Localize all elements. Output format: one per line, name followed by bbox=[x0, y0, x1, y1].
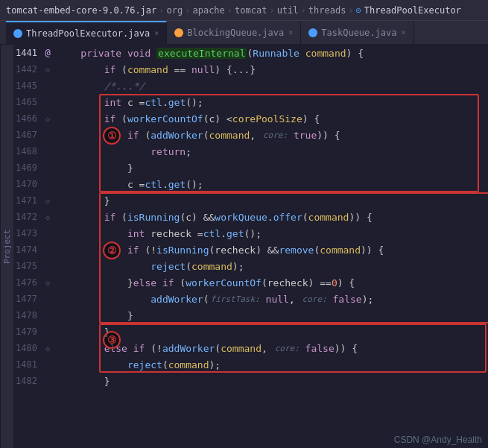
gutter-row-1479: 1479 bbox=[13, 324, 54, 340]
gutter-row-1480: 1480 ◇ bbox=[13, 340, 54, 356]
line-num-1468: 1468 bbox=[13, 146, 42, 157]
line-num-1477: 1477 bbox=[13, 294, 42, 304]
line-num-1482: 1482 bbox=[13, 376, 42, 386]
code-line-1474: if (! isRunning (recheck) && remove ( co… bbox=[57, 242, 488, 258]
line-num-1470: 1470 bbox=[13, 179, 42, 189]
project-label: Project bbox=[2, 229, 12, 263]
title-bar: tomcat-embed-core-9.0.76.jar › org › apa… bbox=[0, 0, 488, 21]
gutter-row-1476: 1476 ◇ bbox=[13, 274, 54, 291]
gutter-row-1471: 1471 ◇ bbox=[13, 192, 54, 209]
gutter-row-1475: 1475 bbox=[13, 258, 54, 274]
code-line-1477: addWorker ( firstTask: null , core: fals… bbox=[57, 291, 488, 307]
code-line-1480: else if (! addWorker ( command , core: f… bbox=[57, 340, 488, 356]
breadcrumb-jar: tomcat-embed-core-9.0.76.jar bbox=[6, 5, 156, 16]
gutter-row-1478: 1478 bbox=[13, 307, 54, 324]
gutter-row-1468: 1468 bbox=[13, 143, 54, 160]
gutter-row-1470: 1470 bbox=[13, 176, 54, 192]
breadcrumb-classname: ThreadPoolExecutor bbox=[364, 5, 461, 16]
tab-label-1: ThreadPoolExecutor.java bbox=[26, 28, 150, 39]
project-sidebar-tab[interactable]: Project bbox=[0, 45, 13, 448]
tab-threadpoolexecutor[interactable]: ThreadPoolExecutor.java × bbox=[6, 21, 167, 45]
tab-icon-orange bbox=[174, 28, 183, 37]
line-num-1474: 1474 bbox=[13, 244, 42, 255]
code-line-1445: /*...*/ bbox=[57, 78, 488, 94]
code-line-1466: if ( workerCountOf (c) < corePoolSize ) … bbox=[57, 110, 488, 127]
breadcrumb-apache: apache bbox=[192, 5, 224, 16]
tab-label-2: BlockingQueue.java bbox=[187, 28, 284, 38]
code-line-1472: if ( isRunning (c) && workQueue . offer … bbox=[57, 209, 488, 225]
code-area: private void executeInternal ( Runnable … bbox=[54, 45, 488, 448]
code-line-1482: } bbox=[57, 373, 488, 389]
code-line-1468: return ; bbox=[57, 143, 488, 160]
tab-blockingqueue[interactable]: BlockingQueue.java × bbox=[167, 21, 301, 45]
line-num-1480: 1480 bbox=[13, 343, 42, 353]
gutter-diamond-1472: ◇ bbox=[42, 213, 54, 221]
gutter-row-1467: 1467 bbox=[13, 127, 54, 143]
tab-label-3: TaskQueue.java bbox=[321, 28, 396, 38]
gutter-row-1466: 1466 ◇ bbox=[13, 110, 54, 127]
line-num-1475: 1475 bbox=[13, 261, 42, 271]
line-num-1478: 1478 bbox=[13, 310, 42, 321]
line-num-1471: 1471 bbox=[13, 195, 42, 206]
gutter-row-1472: 1472 ◇ bbox=[13, 209, 54, 225]
gutter: 1441 @ 1442 ◇ 1445 1465 1466 ◇ 1467 bbox=[13, 45, 54, 448]
line-num-1476: 1476 bbox=[13, 277, 42, 288]
tab-icon-blue bbox=[13, 29, 22, 38]
breadcrumb-threads: threads bbox=[308, 5, 346, 16]
gutter-row-1445: 1445 bbox=[13, 78, 54, 94]
gutter-row-1469: 1469 bbox=[13, 160, 54, 176]
editor: Project 1441 @ 1442 ◇ 1445 1465 1466 ◇ bbox=[0, 45, 488, 448]
line-num-1472: 1472 bbox=[13, 212, 42, 222]
tab-close-2[interactable]: × bbox=[288, 28, 293, 37]
line-num-1466: 1466 bbox=[13, 113, 42, 124]
breadcrumb-class: ⊙ bbox=[356, 5, 361, 16]
gutter-row-1442: 1442 ◇ bbox=[13, 61, 54, 78]
tab-close-1[interactable]: × bbox=[154, 29, 159, 37]
line-num-1465: 1465 bbox=[13, 97, 42, 107]
breadcrumb-tomcat: tomcat bbox=[235, 5, 267, 16]
gutter-diamond-1476: ◇ bbox=[42, 279, 54, 287]
line-num-1442: 1442 bbox=[13, 64, 42, 75]
gutter-diamond-1442: ◇ bbox=[42, 66, 54, 74]
tab-taskqueue[interactable]: TaskQueue.java × bbox=[301, 21, 413, 45]
breadcrumb-util: util bbox=[277, 5, 299, 16]
gutter-row-1473: 1473 bbox=[13, 225, 54, 242]
code-line-1475: reject ( command ); bbox=[57, 258, 488, 274]
gutter-diamond-1466: ◇ bbox=[42, 115, 54, 123]
code-line-1473: int recheck = ctl . get (); bbox=[57, 225, 488, 242]
line-num-1481: 1481 bbox=[13, 359, 42, 370]
line-num-1473: 1473 bbox=[13, 228, 42, 239]
code-line-1471: } bbox=[57, 192, 488, 209]
gutter-row-1477: 1477 bbox=[13, 291, 54, 307]
gutter-row-1474: 1474 bbox=[13, 242, 54, 258]
gutter-diamond-1480: ◇ bbox=[42, 344, 54, 353]
gutter-at-icon: @ bbox=[42, 48, 54, 58]
code-line-1467: if ( addWorker ( command , core: true ))… bbox=[57, 127, 488, 143]
line-num-1467: 1467 bbox=[13, 130, 42, 140]
gutter-diamond-1471: ◇ bbox=[42, 197, 54, 205]
code-line-1476: } else if ( workerCountOf (recheck) == 0… bbox=[57, 274, 488, 291]
line-num-1469: 1469 bbox=[13, 163, 42, 173]
watermark: CSDN @Andy_Health bbox=[394, 435, 482, 445]
tabs-bar: ThreadPoolExecutor.java × BlockingQueue.… bbox=[0, 21, 488, 45]
code-line-1469: } bbox=[57, 160, 488, 176]
line-num-1441: 1441 bbox=[13, 48, 42, 58]
gutter-row-1441: 1441 @ bbox=[13, 45, 54, 61]
code-line-1470: c = ctl . get (); bbox=[57, 176, 488, 192]
gutter-row-1465: 1465 bbox=[13, 94, 54, 110]
code-line-1441: private void executeInternal ( Runnable … bbox=[57, 45, 488, 61]
code-line-1442: if ( command == null ) {...} bbox=[57, 61, 488, 78]
tab-close-3[interactable]: × bbox=[401, 28, 405, 37]
code-line-1481: reject ( command ); bbox=[57, 356, 488, 373]
breadcrumb-org: org bbox=[167, 5, 183, 16]
code-line-1479: } bbox=[57, 324, 488, 340]
code-line-1465: int c = ctl . get (); bbox=[57, 94, 488, 110]
gutter-row-1481: 1481 bbox=[13, 356, 54, 373]
code-line-1478: } bbox=[57, 307, 488, 324]
gutter-row-1482: 1482 bbox=[13, 373, 54, 389]
line-num-1445: 1445 bbox=[13, 81, 42, 91]
tab-icon-blue-2 bbox=[308, 28, 317, 37]
line-num-1479: 1479 bbox=[13, 326, 42, 337]
